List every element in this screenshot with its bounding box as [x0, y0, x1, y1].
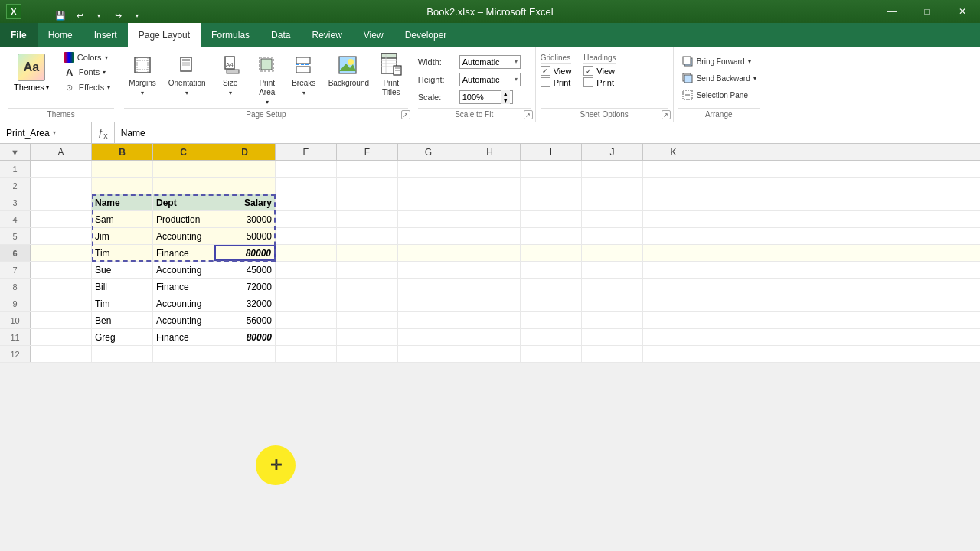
cell-J9[interactable]	[582, 295, 643, 311]
cell-E1[interactable]	[276, 161, 337, 177]
cell-H10[interactable]	[459, 312, 521, 328]
cell-H6[interactable]	[459, 245, 521, 261]
menu-developer[interactable]: Developer	[394, 23, 458, 47]
scale-up-button[interactable]: ▲	[501, 90, 510, 97]
menu-home[interactable]: Home	[38, 23, 83, 47]
cell-E6[interactable]	[276, 245, 337, 261]
effects-button[interactable]: ⊙ Effects ▾	[60, 80, 114, 95]
cell-A10[interactable]	[31, 312, 92, 328]
cell-I8[interactable]	[521, 279, 582, 295]
cell-G12[interactable]	[398, 346, 459, 362]
bring-forward-button[interactable]: Bring Forward ▾	[678, 54, 754, 69]
cell-F3[interactable]	[337, 194, 398, 210]
cell-D5[interactable]: 50000	[214, 228, 276, 244]
menu-insert[interactable]: Insert	[83, 23, 128, 47]
cell-B1[interactable]	[92, 161, 153, 177]
cell-E10[interactable]	[276, 312, 337, 328]
cell-G8[interactable]	[398, 279, 459, 295]
cell-K6[interactable]	[643, 245, 704, 261]
cell-B5[interactable]: Jim	[92, 228, 153, 244]
cell-E4[interactable]	[276, 211, 337, 227]
cell-F10[interactable]	[337, 312, 398, 328]
cell-B4[interactable]: Sam	[92, 211, 153, 227]
undo-button[interactable]: ↩	[71, 8, 88, 23]
cell-G4[interactable]	[398, 211, 459, 227]
cell-A1[interactable]	[31, 161, 92, 177]
margins-button[interactable]: Margins ▾	[124, 51, 161, 99]
cell-F4[interactable]	[337, 211, 398, 227]
cell-I6[interactable]	[521, 245, 582, 261]
cell-K9[interactable]	[643, 295, 704, 311]
cell-C4[interactable]: Production	[153, 211, 214, 227]
maximize-button[interactable]: □	[910, 0, 945, 23]
name-box[interactable]: Print_Area ▾	[0, 122, 92, 144]
fonts-button[interactable]: A Fonts ▾	[60, 64, 114, 80]
cell-G6[interactable]	[398, 245, 459, 261]
name-box-dropdown[interactable]: ▾	[53, 129, 56, 136]
cell-B9[interactable]: Tim	[92, 295, 153, 311]
cell-A4[interactable]	[31, 211, 92, 227]
col-header-H[interactable]: H	[459, 144, 521, 160]
cell-G3[interactable]	[398, 194, 459, 210]
cell-B11[interactable]: Greg	[92, 329, 153, 345]
cell-A8[interactable]	[31, 279, 92, 295]
cell-D9[interactable]: 32000	[214, 295, 276, 311]
print-titles-button[interactable]: PrintTitles	[374, 51, 408, 99]
cell-G7[interactable]	[398, 262, 459, 278]
menu-file[interactable]: File	[0, 23, 38, 47]
cell-H9[interactable]	[459, 295, 521, 311]
cell-D8[interactable]: 72000	[214, 279, 276, 295]
cell-G9[interactable]	[398, 295, 459, 311]
cell-D11[interactable]: 80000	[214, 329, 276, 345]
cell-F12[interactable]	[337, 346, 398, 362]
cell-I12[interactable]	[521, 346, 582, 362]
cell-F1[interactable]	[337, 161, 398, 177]
col-header-D[interactable]: D	[214, 144, 276, 160]
cell-K10[interactable]	[643, 312, 704, 328]
cell-E8[interactable]	[276, 279, 337, 295]
selection-pane-button[interactable]: Selection Pane	[678, 87, 751, 103]
col-header-J[interactable]: J	[582, 144, 643, 160]
col-header-G[interactable]: G	[398, 144, 459, 160]
col-header-I[interactable]: I	[521, 144, 582, 160]
cell-F5[interactable]	[337, 228, 398, 244]
cell-D1[interactable]	[214, 161, 276, 177]
cell-B2[interactable]	[92, 178, 153, 194]
cell-B10[interactable]: Ben	[92, 312, 153, 328]
menu-view[interactable]: View	[353, 23, 394, 47]
cell-C1[interactable]	[153, 161, 214, 177]
cell-I4[interactable]	[521, 211, 582, 227]
cell-C11[interactable]: Finance	[153, 329, 214, 345]
cell-H2[interactable]	[459, 178, 521, 194]
cell-C10[interactable]: Accounting	[153, 312, 214, 328]
cell-I10[interactable]	[521, 312, 582, 328]
width-input[interactable]: Automatic ▾	[459, 55, 521, 69]
cell-K2[interactable]	[643, 178, 704, 194]
cell-F2[interactable]	[337, 178, 398, 194]
cell-I9[interactable]	[521, 295, 582, 311]
cell-E3[interactable]	[276, 194, 337, 210]
redo-button[interactable]: ↪	[109, 8, 126, 23]
cell-C6[interactable]: Finance	[153, 245, 214, 261]
menu-review[interactable]: Review	[301, 23, 352, 47]
cell-H4[interactable]	[459, 211, 521, 227]
colors-button[interactable]: Colors ▾	[60, 51, 114, 64]
cell-D12[interactable]	[214, 346, 276, 362]
cell-C7[interactable]: Accounting	[153, 262, 214, 278]
cell-D6[interactable]: 80000	[214, 245, 276, 261]
height-input[interactable]: Automatic ▾	[459, 73, 521, 86]
cell-H5[interactable]	[459, 228, 521, 244]
cell-J12[interactable]	[582, 346, 643, 362]
cell-G10[interactable]	[398, 312, 459, 328]
cell-G1[interactable]	[398, 161, 459, 177]
size-button[interactable]: A4 Size ▾	[214, 51, 247, 99]
cell-E12[interactable]	[276, 346, 337, 362]
cell-A12[interactable]	[31, 346, 92, 362]
save-button[interactable]: 💾	[52, 8, 69, 23]
col-header-B[interactable]: B	[92, 144, 153, 160]
send-backward-button[interactable]: Send Backward ▾	[678, 70, 760, 86]
cell-G11[interactable]	[398, 329, 459, 345]
cell-H1[interactable]	[459, 161, 521, 177]
cell-A3[interactable]	[31, 194, 92, 210]
page-setup-dialog-launcher[interactable]: ↗	[401, 110, 410, 119]
